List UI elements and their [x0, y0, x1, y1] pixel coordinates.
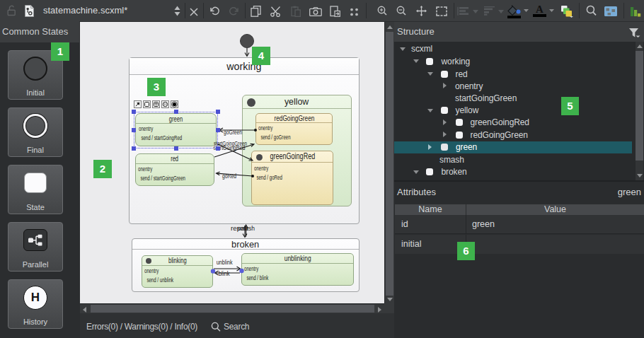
svg-text:goRed: goRed	[222, 173, 236, 180]
svg-text:unblink: unblink	[217, 259, 233, 266]
svg-text:goGreen: goGreen	[224, 129, 242, 136]
svg-text:smash: smash	[237, 225, 255, 232]
svg-text:blink: blink	[219, 270, 230, 277]
